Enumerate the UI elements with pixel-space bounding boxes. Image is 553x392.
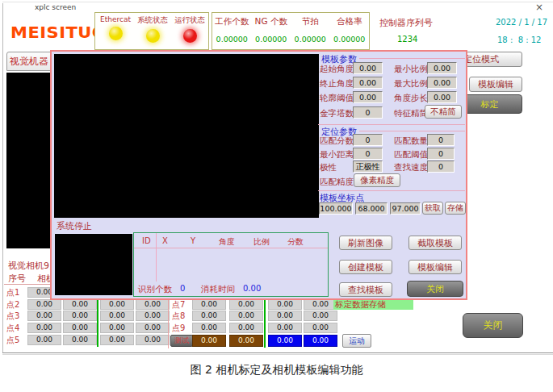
stat-value: 0.00000 [212, 35, 252, 44]
cell-value: 0.00 [136, 299, 170, 310]
col-header: ID [142, 236, 151, 245]
cell-value: 0.00 [63, 311, 97, 321]
row-label: 点1 [6, 287, 19, 298]
param-field[interactable]: 0.00 [353, 91, 383, 103]
param-field[interactable]: 0 [427, 148, 455, 160]
cell-value: 0.00 [229, 323, 263, 333]
cell-value: 0.00 [27, 311, 61, 321]
section-rule [359, 58, 465, 59]
template-edit-button[interactable]: 模板编辑 [469, 77, 522, 92]
stat-label: NG 个数 [252, 16, 291, 27]
param-field[interactable]: 0.00 [427, 77, 457, 89]
stat-label: 合格率 [330, 16, 370, 27]
section-rule [359, 131, 465, 131]
param-field[interactable]: 0 [353, 148, 383, 160]
cell-value: 0.00 [100, 335, 134, 345]
cell-value: 0.00 [100, 299, 134, 310]
cell-value: 0.00 [136, 311, 170, 321]
cell-value: 0.00 [27, 335, 61, 345]
coords-get-button[interactable]: 获取 [422, 202, 443, 215]
tab-vision-robot[interactable]: 视觉机器 [6, 52, 53, 71]
param-field[interactable]: 0.00 [427, 91, 457, 103]
status-label: Ethercat [97, 15, 134, 23]
cell-value: 0.00 [304, 311, 337, 321]
param-label: 极性 [320, 162, 337, 173]
cell-value: 0.00 [27, 299, 61, 310]
param-label: 匹配数量 [394, 136, 428, 147]
param-label: 查找速度 [394, 162, 428, 173]
section-separator [318, 124, 465, 125]
cell-value-brown: 0.00 [192, 335, 226, 347]
param-label: 最小距离 [320, 149, 354, 161]
coord-angle-field[interactable]: 97.000 [390, 202, 421, 215]
window-bottom-border-shadow [2, 354, 553, 355]
cell-value: 0.00 [63, 323, 97, 333]
screen: xplc screen × MEISITUO Ethercat 系统状态 运行状… [0, 0, 553, 392]
cell-value: 0.00 [304, 323, 337, 333]
stat-ng-count: NG 个数 0.00000 [252, 16, 291, 49]
param-field[interactable]: 0.00 [353, 77, 383, 89]
pixel-precision-button[interactable]: 像素精度 [354, 173, 400, 187]
cell-value: 0.00 [268, 323, 302, 333]
coord-y-field[interactable]: 68.000 [355, 202, 388, 215]
param-label: 终止角度 [320, 78, 354, 90]
result-id-divider [156, 233, 157, 281]
param-field[interactable]: 0 [427, 161, 455, 173]
close-icon[interactable]: × [535, 2, 543, 13]
stat-work-count: 工作个数 0.00000 [212, 16, 252, 49]
cell-value: 0.00 [100, 311, 134, 321]
row-label: 点9 [172, 323, 185, 334]
figure-caption: 图 2 相机标定及相机模板编辑功能 [0, 363, 553, 377]
cell-value: 0.00 [63, 299, 97, 310]
param-label: 起始角度 [320, 64, 354, 75]
coord-x-field[interactable]: 100.000 [319, 202, 353, 215]
status-ethercat: Ethercat [97, 15, 134, 40]
param-label: 匹配阈值 [394, 149, 428, 161]
col-header: 角度 [219, 236, 235, 248]
stat-value: 0.00000 [252, 35, 291, 44]
window-bottom-border [2, 352, 553, 353]
param-field[interactable]: 0 [427, 134, 455, 146]
refresh-image-button[interactable]: 刷新图像 [339, 236, 392, 250]
test-button[interactable]: 测试 [170, 335, 193, 347]
stat-value: 0.00000 [330, 35, 370, 44]
create-template-button[interactable]: 创建模板 [339, 260, 392, 274]
dialog-close-button[interactable]: 关闭 [407, 281, 463, 297]
status-running: 运行状态 [171, 15, 208, 43]
row-label: 点8 [172, 311, 185, 322]
row-label: 点4 [6, 323, 19, 334]
time-text: 18 : 8 : 12 [497, 35, 541, 44]
param-field[interactable]: 0.00 [427, 62, 457, 74]
motion-button[interactable]: 运动 [342, 334, 371, 348]
stat-cycle: 节拍 0.00000 [291, 16, 330, 49]
status-label: 系统状态 [134, 15, 171, 26]
template-dialog: 系统停止 ID X Y 角度 比例 分数 识别个数 0 消耗时间 0.00 模板… [50, 50, 467, 300]
param-field[interactable]: 0 [353, 134, 383, 146]
coords-store-button[interactable]: 存储 [445, 202, 466, 215]
feature-simplify-button[interactable]: 不精简 [425, 105, 462, 119]
cell-value: 0.00 [192, 311, 226, 321]
calib-store-label: 标定数据存储 [333, 298, 413, 310]
polarity-field[interactable]: 正极性 [353, 161, 383, 173]
dialog-camera-image [54, 54, 319, 218]
param-label: 最小比例 [394, 64, 428, 75]
param-label: 最大比例 [394, 78, 428, 90]
system-status-lamp-icon [146, 29, 160, 43]
param-field[interactable]: 0 [353, 106, 383, 119]
template-edit-dialog-button[interactable]: 模板编辑 [408, 260, 462, 274]
cell-value: 0.00 [268, 299, 302, 310]
cell-value: 0.00 [63, 335, 97, 345]
cell-value-brown: 0.00 [229, 335, 263, 347]
controller-serial-value: 1234 [397, 35, 417, 44]
find-template-button[interactable]: 查找模板 [339, 282, 392, 297]
stat-label: 工作个数 [212, 16, 252, 27]
ethercat-lamp-icon [109, 27, 123, 40]
param-field[interactable]: 0.00 [353, 62, 383, 74]
dialog-template-thumbnail [55, 234, 132, 295]
match-precision-label: 匹配精度 [320, 177, 354, 188]
cell-value: 0.00 [27, 323, 61, 333]
capture-template-button[interactable]: 截取模板 [408, 236, 462, 250]
cell-value: 0.00 [136, 335, 170, 345]
cell-value: 0.00 [192, 323, 226, 333]
main-close-button[interactable]: 关闭 [463, 313, 523, 338]
